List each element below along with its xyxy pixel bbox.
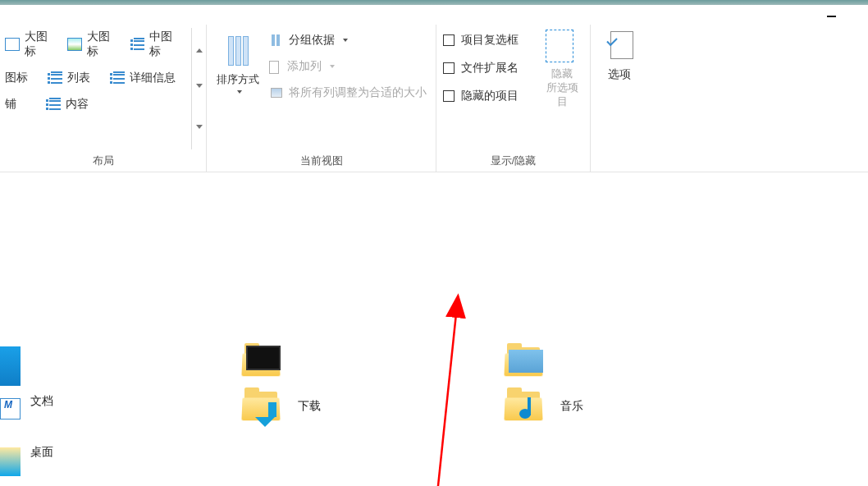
folder-desktop-icon-partial[interactable] [0, 447, 21, 476]
hide-label-2: 所选项目 [546, 81, 578, 108]
layout-label: 大图标 [87, 30, 121, 59]
details-icon [110, 71, 125, 85]
hidden-items-toggle[interactable]: 隐藏的项目 [443, 89, 541, 103]
layout-option-tiles[interactable]: 铺 [0, 95, 21, 113]
group-by-icon [269, 34, 284, 47]
content-icon [46, 98, 61, 111]
item-checkboxes-toggle[interactable]: 项目复选框 [443, 33, 541, 48]
layout-label: 铺 [5, 97, 16, 112]
folder-icon [242, 387, 283, 424]
hide-label-1: 隐藏 [551, 67, 573, 80]
layout-label: 列表 [67, 71, 90, 85]
layout-option-medium-icon[interactable]: 中图标 [126, 28, 188, 61]
chevron-down-icon [196, 84, 203, 88]
sort-by-button[interactable]: 排序方式 [213, 28, 267, 149]
folder-videos[interactable] [242, 343, 472, 380]
layout-option-large-thumb[interactable]: 大图标 [0, 28, 62, 61]
columns-icon [228, 36, 249, 66]
folder-icon [242, 343, 283, 380]
picture-icon [509, 350, 543, 373]
folder-name: 桌面 [30, 445, 53, 460]
layout-option-large-icon[interactable]: 大图标 [62, 28, 125, 61]
window-frame-edge [0, 0, 868, 5]
video-reel-icon [246, 346, 281, 370]
add-columns-label: 添加列 [287, 59, 322, 74]
group-caption: 显示/隐藏 [443, 149, 583, 172]
ribbon: 大图标 大图标 中图标 图标 [0, 25, 868, 172]
options-button[interactable]: 选项 [597, 28, 642, 152]
layout-option-details[interactable]: 详细信息 [105, 69, 180, 87]
layout-label: 图标 [5, 71, 28, 85]
folder-documents-icon-partial[interactable] [0, 398, 21, 420]
layout-label: 大图标 [25, 30, 58, 59]
folder-pictures[interactable] [505, 343, 734, 380]
options-icon [605, 31, 633, 62]
dropdown-arrow-icon [330, 65, 335, 68]
hide-selected-button: 隐藏 所选项目 [541, 28, 583, 149]
sort-by-label: 排序方式 [217, 72, 259, 87]
music-note-icon [519, 397, 542, 420]
list-icon [48, 71, 62, 85]
dropdown-arrow-icon [343, 39, 348, 42]
layout-option-list[interactable]: 列表 [43, 69, 95, 87]
layout-label: 中图标 [149, 30, 183, 59]
folder-name: 文档 [30, 394, 53, 409]
layout-gallery-scroll[interactable] [191, 28, 206, 149]
annotation-arrow [0, 172, 868, 486]
more-chevron-icon [196, 125, 203, 129]
folder-music[interactable]: 音乐 [505, 387, 734, 424]
ribbon-group-show-hide: 项目复选框 文件扩展名 隐藏的项目 隐藏 所选项目 显示/隐藏 [436, 25, 591, 172]
checkbox-label: 隐藏的项目 [461, 89, 519, 103]
ribbon-group-current-view: 排序方式 分组依据 添加列 将所有列调整为合适的大小 [207, 25, 436, 172]
dropdown-arrow-icon [237, 90, 242, 94]
file-extensions-toggle[interactable]: 文件扩展名 [443, 61, 541, 76]
medium-icon-icon [130, 38, 145, 51]
checkbox-icon [443, 34, 455, 46]
hide-dashed-icon [546, 30, 573, 62]
size-columns-button: 将所有列调整为合适的大小 [267, 84, 428, 102]
window-titlebar [0, 0, 868, 25]
large-icon-icon [67, 38, 82, 51]
group-caption: 当前视图 [213, 149, 429, 172]
window-minimize-button[interactable] [819, 7, 843, 26]
folder-name: 下载 [298, 399, 321, 414]
ribbon-group-layout: 大图标 大图标 中图标 图标 [0, 25, 207, 172]
folder-name: 音乐 [560, 399, 583, 414]
group-by-label: 分组依据 [289, 33, 335, 48]
folder-documents[interactable]: 文档 [30, 394, 260, 409]
folder-downloads[interactable]: 下载 [242, 387, 472, 424]
chevron-up-icon [196, 48, 203, 53]
folder-icon [505, 387, 546, 424]
layout-label: 内容 [66, 97, 89, 112]
size-columns-label: 将所有列调整为合适的大小 [289, 85, 427, 100]
options-label: 选项 [608, 67, 631, 82]
checkbox-label: 项目复选框 [461, 33, 519, 48]
folder-item[interactable] [0, 346, 21, 386]
group-caption [597, 152, 642, 172]
group-caption: 布局 [0, 149, 206, 172]
checkbox-icon [443, 62, 455, 74]
folder-icon [505, 343, 546, 380]
group-by-button[interactable]: 分组依据 [267, 31, 428, 49]
layout-label: 详细信息 [130, 71, 176, 85]
layout-option-content[interactable]: 内容 [41, 95, 94, 113]
add-column-icon [269, 61, 282, 72]
large-thumb-icon [5, 38, 20, 51]
folder-desktop[interactable]: 桌面 [30, 445, 260, 460]
checkbox-icon [443, 90, 455, 102]
checkbox-label: 文件扩展名 [461, 61, 519, 76]
add-columns-button: 添加列 [267, 57, 428, 76]
layout-option-icons[interactable]: 图标 [0, 69, 33, 87]
download-arrow-icon [261, 402, 284, 425]
fit-columns-icon [269, 86, 284, 99]
ribbon-group-options: 选项 [591, 25, 648, 172]
